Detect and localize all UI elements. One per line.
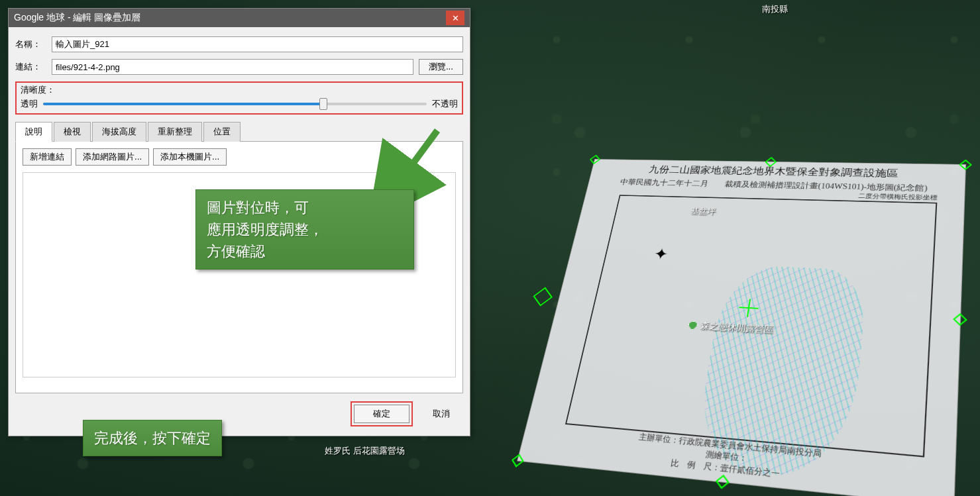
- overlay-center-cross-icon[interactable]: [737, 299, 759, 318]
- tab-view[interactable]: 檢視: [54, 122, 91, 142]
- browse-button[interactable]: 瀏覽...: [419, 59, 463, 75]
- callout-opacity-tip: 圖片對位時，可 應用透明度調整， 方便確認: [195, 189, 414, 270]
- slider-fill: [43, 103, 323, 105]
- link-input[interactable]: [52, 59, 413, 75]
- image-overlay-preview[interactable]: 九份二山國家地震紀念地界木暨保全對象調查設施區 中華民國九十二年十二月 裁積及檢…: [517, 159, 966, 496]
- callout-ok-tip: 完成後，按下確定: [83, 420, 222, 456]
- svg-line-0: [391, 130, 437, 193]
- ok-button[interactable]: 確定: [354, 405, 409, 423]
- slider-thumb[interactable]: [319, 98, 327, 110]
- tab-location[interactable]: 位置: [203, 122, 241, 142]
- opacity-block-highlight: 清晰度： 透明 不透明: [15, 81, 463, 115]
- add-local-image-button[interactable]: 添加本機圖片...: [153, 148, 227, 166]
- callout-line3: 方便確認: [207, 240, 403, 262]
- compass-icon: ✦: [652, 245, 669, 264]
- clarity-label: 清晰度：: [21, 84, 458, 96]
- placemark-pin-icon: [687, 321, 699, 331]
- link-label: 連結：: [15, 61, 52, 73]
- placemark-basin[interactable]: 基盆坪: [690, 207, 716, 217]
- callout-line1: 圖片對位時，可: [207, 197, 403, 219]
- dialog-title: Google 地球 - 編輯 圖像疊加層: [14, 12, 446, 24]
- cancel-button[interactable]: 取消: [426, 405, 457, 422]
- dialog-titlebar[interactable]: Google 地球 - 編輯 圖像疊加層 ✕: [9, 9, 470, 27]
- transparent-label: 透明: [21, 98, 38, 110]
- bg-label-top: 南投縣: [762, 3, 788, 15]
- tab-description[interactable]: 說明: [15, 122, 52, 142]
- bg-label-bottom: 姓罗氏 后花園露營场: [325, 445, 405, 457]
- add-web-image-button[interactable]: 添加網路圖片...: [76, 148, 149, 166]
- close-icon: ✕: [452, 13, 459, 23]
- tab-refresh[interactable]: 重新整理: [148, 122, 202, 142]
- name-label: 名稱：: [15, 38, 52, 50]
- callout-line2: 應用透明度調整，: [207, 219, 403, 240]
- opaque-label: 不透明: [432, 98, 458, 110]
- placemark-basin-label: 基盆坪: [690, 207, 716, 217]
- close-button[interactable]: ✕: [446, 11, 464, 25]
- opacity-slider[interactable]: [43, 97, 427, 111]
- tab-altitude[interactable]: 海拔高度: [92, 122, 146, 142]
- name-input[interactable]: [52, 36, 463, 52]
- add-link-button[interactable]: 新增連結: [23, 148, 72, 166]
- ok-button-highlight: 確定: [351, 401, 413, 426]
